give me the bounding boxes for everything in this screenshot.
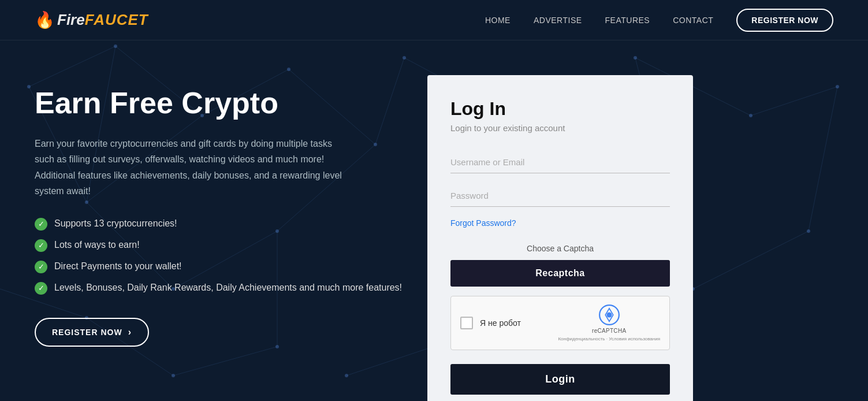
- feature-item-1: ✓ Supports 13 cryptocurrencies!: [35, 217, 404, 231]
- username-group: [450, 151, 670, 173]
- feature-item-2: ✓ Lots of ways to earn!: [35, 239, 404, 252]
- main-nav: HOME ADVERTISE FEATURES CONTACT REGISTER…: [485, 9, 833, 32]
- password-group: [450, 185, 670, 207]
- recaptcha-box[interactable]: Я не робот reCAPTCHA Конфиденциальность …: [450, 296, 670, 350]
- feature-list: ✓ Supports 13 cryptocurrencies! ✓ Lots o…: [35, 217, 404, 295]
- recaptcha-checkbox[interactable]: [460, 317, 473, 329]
- nav-features[interactable]: FEATURES: [605, 16, 650, 25]
- feature-item-3: ✓ Direct Payments to your wallet!: [35, 260, 404, 273]
- recaptcha-right: reCAPTCHA Конфиденциальность · Условия и…: [558, 305, 660, 341]
- svg-point-48: [606, 313, 612, 318]
- check-icon-1: ✓: [35, 218, 47, 231]
- recaptcha-links-text: Конфиденциальность · Условия использован…: [558, 336, 660, 341]
- password-input[interactable]: [450, 185, 670, 207]
- recaptcha-button[interactable]: Recaptcha: [450, 260, 670, 287]
- arrow-right-icon: ›: [128, 327, 132, 337]
- nav-contact[interactable]: CONTACT: [673, 16, 713, 25]
- hero-title: Earn Free Crypto: [35, 87, 404, 120]
- captcha-label: Choose a Captcha: [450, 244, 670, 253]
- nav-home[interactable]: HOME: [485, 16, 511, 25]
- login-section: Log In Login to your existing account Fo…: [427, 75, 693, 401]
- username-input[interactable]: [450, 151, 670, 173]
- feature-item-4: ✓ Levels, Bonuses, Daily Rank Rewards, D…: [35, 281, 404, 295]
- forgot-password-link[interactable]: Forgot Password?: [450, 218, 670, 228]
- check-icon-2: ✓: [35, 239, 47, 252]
- fire-icon: 🔥: [35, 10, 55, 29]
- check-icon-4: ✓: [35, 282, 47, 295]
- check-icon-3: ✓: [35, 261, 47, 273]
- login-title: Log In: [450, 98, 670, 120]
- recaptcha-brand-text: reCAPTCHA: [592, 328, 626, 334]
- login-card: Log In Login to your existing account Fo…: [427, 75, 693, 401]
- hero-section: Earn Free Crypto Earn your favorite cryp…: [35, 75, 404, 347]
- hero-register-button[interactable]: REGISTER NOW ›: [35, 318, 149, 347]
- nav-advertise[interactable]: ADVERTISE: [534, 16, 582, 25]
- recaptcha-logo-icon: [599, 305, 620, 325]
- logo: 🔥 FireFAUCET: [35, 10, 148, 29]
- logo-text: FireFAUCET: [57, 11, 148, 29]
- recaptcha-left: Я не робот: [460, 317, 521, 329]
- login-subtitle: Login to your existing account: [450, 123, 670, 133]
- nav-register-button[interactable]: REGISTER NOW: [736, 9, 833, 32]
- hero-description: Earn your favorite cryptocurrencies and …: [35, 136, 347, 199]
- login-button[interactable]: Login: [450, 364, 670, 395]
- recaptcha-text: Я не робот: [480, 318, 521, 328]
